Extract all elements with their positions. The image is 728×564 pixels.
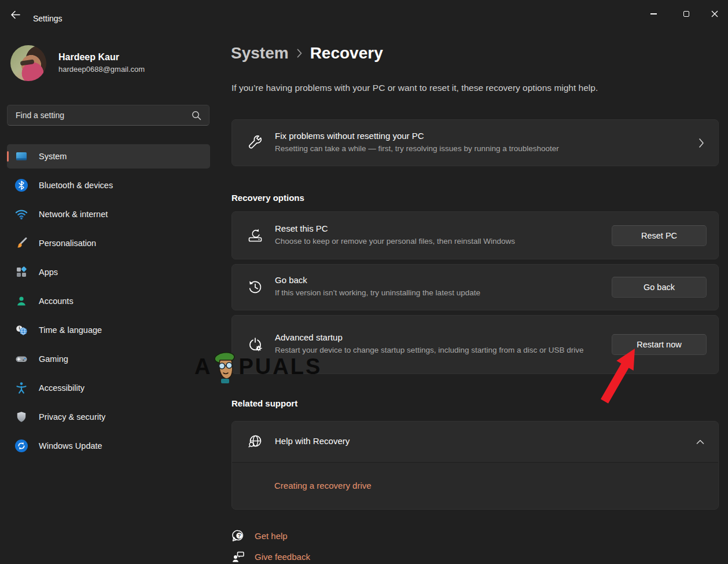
time-language-icon bbox=[14, 323, 28, 337]
help-card-expanded: Creating a recovery drive bbox=[232, 462, 718, 509]
breadcrumb-system[interactable]: System bbox=[231, 44, 289, 63]
sidebar-item-privacy-security[interactable]: Privacy & security bbox=[7, 405, 210, 429]
fix-problems-subtitle: Resetting can take a while — first, try … bbox=[275, 143, 559, 155]
go-back-button[interactable]: Go back bbox=[612, 277, 707, 298]
get-help-label: Get help bbox=[255, 531, 288, 541]
appuals-watermark: A PUALS bbox=[194, 350, 322, 383]
profile-email: hardeep0688@gmail.com bbox=[58, 65, 145, 74]
avatar[interactable] bbox=[10, 45, 46, 81]
reset-pc-row: Reset this PC Choose to keep or remove y… bbox=[231, 211, 719, 259]
sidebar-item-label: Privacy & security bbox=[39, 412, 105, 422]
close-button[interactable] bbox=[701, 0, 728, 28]
sidebar-item-windows-update[interactable]: Windows Update bbox=[7, 434, 210, 458]
sidebar-nav: System Bluetooth & devices Network & int… bbox=[7, 144, 210, 463]
accounts-icon bbox=[14, 294, 28, 308]
wifi-icon bbox=[14, 207, 28, 221]
bluetooth-icon bbox=[14, 178, 28, 192]
sidebar-item-accessibility[interactable]: Accessibility bbox=[7, 376, 210, 400]
reset-pc-icon bbox=[247, 227, 264, 244]
sidebar-item-bluetooth-devices[interactable]: Bluetooth & devices bbox=[7, 173, 210, 197]
search-input[interactable] bbox=[8, 111, 192, 120]
appuals-mascot-icon bbox=[213, 351, 237, 384]
minimize-icon bbox=[650, 13, 657, 14]
breadcrumb-chevron-icon bbox=[296, 48, 303, 58]
chevron-right-icon[interactable] bbox=[698, 138, 704, 148]
sidebar-item-accounts[interactable]: Accounts bbox=[7, 289, 210, 313]
sidebar-item-time-language[interactable]: Time & language bbox=[7, 318, 210, 342]
fix-problems-title: Fix problems without resetting your PC bbox=[275, 131, 559, 141]
sidebar-item-label: System bbox=[39, 152, 67, 161]
wrench-icon bbox=[247, 134, 264, 152]
give-feedback-icon bbox=[231, 550, 245, 564]
minimize-button[interactable] bbox=[640, 0, 667, 28]
sidebar-item-apps[interactable]: Apps bbox=[7, 260, 210, 284]
sidebar-item-label: Network & internet bbox=[39, 210, 108, 219]
reset-pc-button[interactable]: Reset PC bbox=[612, 225, 707, 246]
question-glyph: ? bbox=[238, 533, 241, 539]
update-icon bbox=[14, 439, 28, 453]
watermark-letter-a: A bbox=[194, 350, 212, 383]
sidebar-item-label: Accessibility bbox=[39, 383, 84, 393]
help-with-recovery-card: Help with Recovery Creating a recovery d… bbox=[231, 421, 719, 510]
fix-problems-card[interactable]: Fix problems without resetting your PC R… bbox=[231, 119, 719, 166]
give-feedback-label: Give feedback bbox=[255, 552, 310, 562]
search-box[interactable] bbox=[7, 105, 209, 126]
profile-name: Hardeep Kaur bbox=[58, 52, 119, 63]
apps-icon bbox=[14, 265, 28, 279]
search-icon[interactable] bbox=[192, 111, 201, 120]
go-back-icon bbox=[247, 279, 264, 296]
sidebar-item-gaming[interactable]: Gaming bbox=[7, 347, 210, 371]
back-button[interactable] bbox=[5, 6, 27, 23]
accessibility-icon bbox=[14, 381, 28, 395]
get-help-link[interactable]: ? Get help bbox=[231, 529, 288, 543]
sidebar-item-label: Time & language bbox=[39, 325, 102, 335]
sidebar-item-system[interactable]: System bbox=[7, 144, 210, 169]
go-back-subtitle: If this version isn’t working, try unins… bbox=[275, 287, 480, 299]
creating-recovery-drive-link[interactable]: Creating a recovery drive bbox=[274, 481, 372, 490]
go-back-row: Go back If this version isn’t working, t… bbox=[231, 264, 719, 310]
related-support-header: Related support bbox=[231, 398, 297, 408]
brush-icon bbox=[14, 236, 28, 250]
breadcrumb: System Recovery bbox=[231, 44, 383, 63]
shield-icon bbox=[14, 410, 28, 424]
advanced-startup-title: Advanced startup bbox=[275, 332, 584, 342]
sidebar-item-label: Accounts bbox=[39, 296, 73, 306]
restart-now-button[interactable]: Restart now bbox=[612, 334, 707, 355]
sidebar-item-label: Windows Update bbox=[39, 441, 102, 451]
reset-pc-title: Reset this PC bbox=[275, 224, 515, 233]
help-card-title: Help with Recovery bbox=[275, 436, 350, 446]
sidebar-item-label: Gaming bbox=[39, 354, 68, 364]
sidebar-item-personalisation[interactable]: Personalisation bbox=[7, 231, 210, 255]
chevron-up-icon[interactable] bbox=[696, 440, 704, 445]
recovery-options-header: Recovery options bbox=[231, 193, 304, 203]
window-title: Settings bbox=[33, 14, 62, 23]
watermark-letters-puals: PUALS bbox=[238, 350, 322, 383]
titlebar: Settings bbox=[0, 0, 728, 28]
gamepad-icon bbox=[14, 352, 28, 366]
sidebar-item-label: Personalisation bbox=[39, 239, 96, 248]
page-description: If you’re having problems with your PC o… bbox=[231, 83, 598, 93]
back-arrow-icon bbox=[10, 10, 21, 19]
get-help-icon: ? bbox=[231, 529, 245, 543]
settings-window: Settings Hardeep Kaur hardeep0688@gmail.… bbox=[0, 0, 728, 564]
page-title: Recovery bbox=[310, 44, 383, 63]
sidebar-item-label: Bluetooth & devices bbox=[39, 181, 113, 190]
maximize-icon bbox=[683, 11, 689, 17]
help-card-header[interactable]: Help with Recovery bbox=[232, 422, 718, 462]
sidebar-item-label: Apps bbox=[39, 268, 58, 277]
globe-search-icon bbox=[247, 433, 264, 451]
maximize-button[interactable] bbox=[673, 0, 700, 28]
reset-pc-subtitle: Choose to keep or remove your personal f… bbox=[275, 236, 515, 247]
close-icon bbox=[711, 10, 718, 17]
sidebar-item-network-internet[interactable]: Network & internet bbox=[7, 202, 210, 226]
give-feedback-link[interactable]: Give feedback bbox=[231, 550, 310, 564]
system-icon bbox=[14, 149, 28, 163]
go-back-title: Go back bbox=[275, 275, 480, 285]
